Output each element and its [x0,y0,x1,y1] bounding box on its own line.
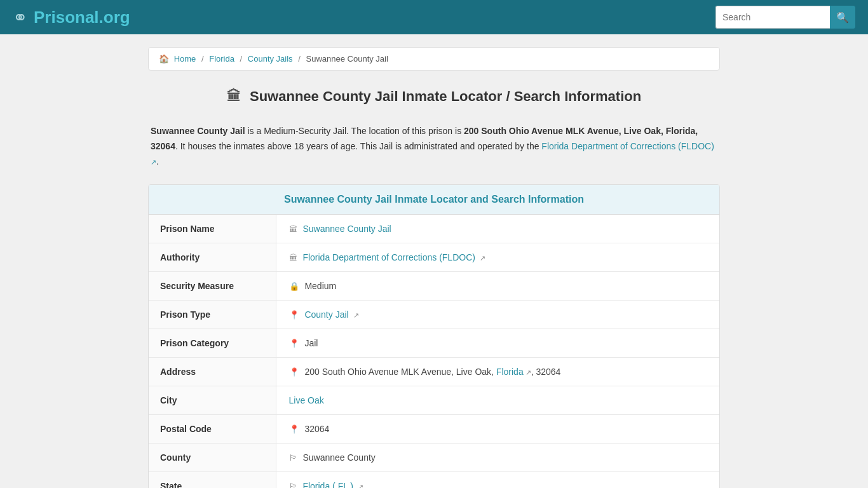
postal-icon: 📍 [289,424,299,434]
logo-name: Prisonal [34,8,99,27]
table-row: Authority 🏛 Florida Department of Correc… [149,243,719,272]
state-link[interactable]: Florida ( FL ) [302,481,353,488]
breadcrumb-current: Suwannee County Jail [306,54,388,64]
row-label: Postal Code [149,415,276,444]
row-label: Prison Type [149,301,276,329]
address-zip: , 32064 [531,367,561,377]
prison-type-link[interactable]: County Jail [304,309,348,320]
breadcrumb-sep-3: / [298,54,301,64]
authority-link[interactable]: Florida Department of Corrections (FLDOC… [302,252,475,262]
info-section: Suwannee County Jail Inmate Locator and … [148,184,720,488]
ext-icon-addr: ↗ [526,369,531,376]
row-value: 🏛 Florida Department of Corrections (FLD… [276,243,719,272]
ext-icon-type: ↗ [353,311,359,319]
ext-link-icon: ↗ [151,158,156,166]
breadcrumb-sep-2: / [240,54,243,64]
prison-name-link[interactable]: Suwannee County Jail [302,224,391,234]
row-value: 📍 Jail [276,329,719,358]
breadcrumb-sep-1: / [201,54,204,64]
row-value: 🏳 Florida ( FL ) ↗ [276,472,719,488]
search-input[interactable] [715,6,830,29]
title-icon: 🏛 [227,88,241,104]
category-value: Jail [304,338,318,348]
site-header: ⚭ Prisonal.org 🔍 [0,0,868,34]
ext-icon: ↗ [480,254,485,262]
address-icon: 📍 [289,367,299,377]
row-value: 🏛 Suwannee County Jail [276,215,719,243]
county-icon: 🏳 [289,453,297,463]
table-row: County 🏳 Suwannee County [149,444,719,472]
ext-icon-state: ↗ [358,483,363,488]
fldoc-link-desc[interactable]: Florida Department of Corrections (FLDOC… [151,141,714,166]
row-label: Prison Category [149,329,276,358]
page-title-text: Suwannee County Jail Inmate Locator / Se… [250,88,641,104]
home-icon: 🏠 [159,54,169,64]
jail-name-bold: Suwannee County Jail [151,126,245,136]
security-value: Medium [304,281,336,291]
table-row: State 🏳 Florida ( FL ) ↗ [149,472,719,488]
site-logo[interactable]: ⚭ Prisonal.org [13,7,130,28]
search-button[interactable]: 🔍 [830,6,855,29]
breadcrumb-county-jails[interactable]: County Jails [248,54,293,64]
table-row: Prison Category 📍 Jail [149,329,719,358]
table-row: Address 📍 200 South Ohio Avenue MLK Aven… [149,358,719,386]
state-icon: 🏳 [289,482,297,488]
authority-icon: 🏛 [289,253,297,262]
row-value: 🔒 Medium [276,272,719,301]
table-row: Prison Name 🏛 Suwannee County Jail [149,215,719,243]
security-icon: 🔒 [289,281,299,291]
type-icon: 📍 [289,310,299,320]
info-section-title: Suwannee County Jail Inmate Locator and … [284,194,584,205]
county-value: Suwannee County [302,452,375,463]
info-table: Prison Name 🏛 Suwannee County Jail Autho… [149,215,719,488]
logo-ext: .org [99,8,130,27]
row-value: 📍 200 South Ohio Avenue MLK Avenue, Live… [276,358,719,386]
city-link[interactable]: Live Oak [289,395,324,405]
breadcrumb-florida[interactable]: Florida [209,54,234,64]
row-value: 📍 County Jail ↗ [276,301,719,329]
prison-name-icon: 🏛 [289,224,297,234]
page-description: Suwannee County Jail is a Medium-Securit… [148,124,720,169]
table-row: City Live Oak [149,386,719,415]
header-search-area: 🔍 [715,6,855,29]
row-label: Address [149,358,276,386]
table-row: Prison Type 📍 County Jail ↗ [149,301,719,329]
search-icon: 🔍 [836,11,849,24]
category-icon: 📍 [289,339,299,348]
breadcrumb-home[interactable]: Home [174,54,196,64]
logo-text: Prisonal.org [34,8,130,27]
main-content: 🏠 Home / Florida / County Jails / Suwann… [142,47,726,488]
breadcrumb: 🏠 Home / Florida / County Jails / Suwann… [148,47,720,71]
row-value: 🏳 Suwannee County [276,444,719,472]
row-label: Prison Name [149,215,276,243]
row-label: State [149,472,276,488]
row-label: City [149,386,276,415]
postal-value: 32064 [304,424,329,434]
row-value: Live Oak [276,386,719,415]
table-row: Security Measure 🔒 Medium [149,272,719,301]
address-state-link[interactable]: Florida [496,367,524,377]
row-label: Authority [149,243,276,272]
logo-icon: ⚭ [13,7,27,28]
row-value: 📍 32064 [276,415,719,444]
row-label: County [149,444,276,472]
page-title: 🏛 Suwannee County Jail Inmate Locator / … [148,82,720,111]
info-section-header: Suwannee County Jail Inmate Locator and … [149,185,719,215]
address-prefix: 200 South Ohio Avenue MLK Avenue, Live O… [304,367,496,377]
table-row: Postal Code 📍 32064 [149,415,719,444]
row-label: Security Measure [149,272,276,301]
